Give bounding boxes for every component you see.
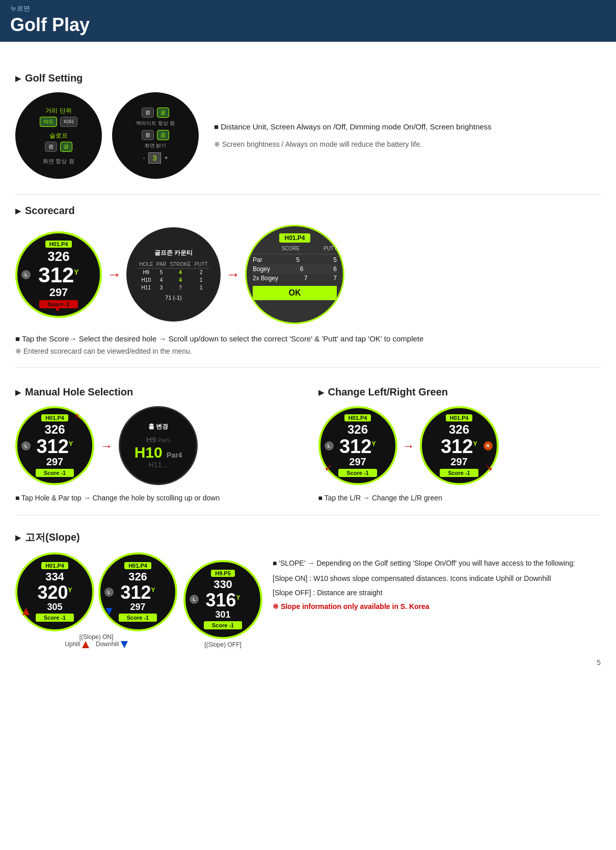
setting-desc-line2: ※ Screen brightness / Always on mode wil…: [214, 139, 601, 151]
cg-right-num1: 326: [449, 422, 469, 437]
unit-btn-meter[interactable]: 미터: [60, 117, 77, 127]
hc-r2-par: 4: [155, 276, 168, 284]
brightness-minus[interactable]: -: [143, 154, 145, 162]
mh-arrow-indicator: ↖: [74, 411, 82, 422]
sc-hole-label: H01.P4: [45, 241, 72, 248]
sc-instruction-1: ■ Tap the Score→ Select the desired hole…: [15, 332, 601, 346]
hc-r3-par: 3: [155, 284, 168, 291]
golf-setting-content: 거리 단위 야드 미터 슬로프 켬 끔 화면 항상 켬 켬: [15, 92, 601, 179]
hc-r2-stroke: 4: [168, 276, 193, 284]
manual-hole-desc: ■ Tap Hole & Par top → Change the hole b…: [15, 492, 298, 504]
arrow-to-hole-count: →: [107, 267, 121, 283]
unit-btn-yard[interactable]: 야드: [40, 117, 57, 127]
hc-r1-hole: H9: [138, 268, 155, 276]
sw2-downhill-icon: [105, 608, 113, 615]
scorecard-instructions: ■ Tap the Score→ Select the desired hole…: [15, 332, 601, 357]
hc-row-1: H9 5 4 2: [138, 268, 209, 276]
arrow-to-score-table: →: [226, 267, 240, 283]
sw2-score: Score -1: [119, 614, 157, 622]
slope-desc-4: ※ Slope information only available in S.…: [273, 601, 601, 613]
uphill-label: Uphill: [65, 641, 80, 648]
st-2xbogey-score: 7: [304, 275, 308, 282]
st-hole-label: H01.P4: [279, 233, 310, 243]
hc-r2-putt: 1: [193, 276, 209, 284]
brightness-plus[interactable]: +: [164, 154, 168, 162]
mid-btn-on[interactable]: 켬: [142, 130, 154, 140]
golf-setting-watch-1: 거리 단위 야드 미터 슬로프 켬 끔 화면 항상 켬: [15, 92, 102, 179]
cg-watch-right: R ↘ H01.P4 326 312Y 297 Score -1: [420, 406, 499, 485]
sw2-num2: 312Y: [120, 583, 155, 602]
st-bogey-score: 6: [300, 265, 304, 273]
sc-num1: 326: [47, 249, 69, 264]
hole-select-watch: 홀 변경 H9 Par5 H10 Par4 H11...: [119, 406, 198, 485]
mid-btn-off[interactable]: 끔: [157, 130, 169, 140]
mh-arrow: →: [100, 439, 113, 453]
hole-count-watch: 골프존 카운티 HOLE PAR STROKE PUTT H9 5 4 2: [126, 227, 221, 322]
swoff-score: Score -1: [204, 621, 242, 629]
sc-instruction-2: ※ Entered scorecard can be viewed/edited…: [15, 346, 601, 358]
slope-on-group: H01.P4 334 320Y 305 Score -1: [15, 552, 177, 648]
mh-score-bar: Score -1: [36, 469, 74, 477]
slope-watch-images: H01.P4 334 320Y 305 Score -1: [15, 552, 262, 648]
backlight-label: 백라이트 항상 켬: [136, 120, 175, 127]
cg-left-num2: 312Y: [339, 437, 376, 456]
st-row-par: Par 5 5: [253, 255, 337, 264]
st-ok-bar[interactable]: OK: [253, 286, 337, 300]
sw1-num2: 320Y: [37, 583, 72, 602]
distance-label: 거리 단위: [45, 107, 71, 115]
slope-btn-on[interactable]: 켬: [45, 142, 57, 152]
st-2xbogey-label: 2x Bogey: [253, 275, 278, 282]
slope-label: 슬로프: [49, 131, 68, 140]
cg-lr-left: L: [325, 441, 334, 450]
mh-num3: 297: [46, 456, 63, 468]
change-green-col: Change Left/Right Green L ↙ H01.P4 326 3…: [318, 386, 601, 504]
st-bogey-label: Bogey: [253, 265, 270, 273]
slope-watch-on2: L H01.P4 326 312Y 297 Score -1: [98, 552, 177, 631]
swoff-lr: L: [190, 595, 199, 604]
st-bogey-putt: 6: [333, 265, 337, 273]
st-par-label: Par: [253, 256, 262, 263]
lr-badge-left: L: [21, 270, 31, 279]
slope-section: 고저(Slope) H01.P4 334 320Y 305: [15, 530, 601, 648]
hc-table: HOLE PAR STROKE PUTT H9 5 4 2 H10 4: [138, 260, 209, 291]
brightness-control: - 3 +: [143, 152, 168, 164]
sc-score-bar: Score -1 ↙: [39, 300, 77, 308]
top-btn-off[interactable]: 끔: [157, 108, 169, 118]
mh-num2: 312Y: [36, 437, 73, 456]
sw1-score: Score -1: [36, 614, 74, 622]
cg-right-num2: 312Y: [441, 437, 477, 456]
golf-setting-title: Golf Setting: [15, 72, 601, 84]
sc-num2: 312Y: [38, 264, 78, 286]
change-green-images: L ↙ H01.P4 326 312Y 297 Score -1 → R ↘ H…: [318, 406, 601, 485]
slope-watches-col: H01.P4 334 320Y 305 Score -1: [15, 552, 262, 648]
sw2-lr: L: [104, 588, 114, 597]
hc-r1-putt: 2: [193, 268, 209, 276]
st-header: SCORE PUTT: [253, 246, 337, 254]
sw1-num3: 305: [47, 602, 62, 613]
hs-title: 홀 변경: [148, 422, 168, 431]
slope-off-group: L H9.P5 330 316Y 301 Score -1 [(Slope) O…: [183, 560, 262, 648]
swoff-hole: H9.P5: [211, 570, 235, 577]
slope-off-caption: [(Slope) OFF]: [204, 641, 242, 648]
brightness-label: 화면 밝기: [145, 142, 167, 149]
st-col-putt: PUTT: [324, 246, 337, 253]
hc-col-stroke: STROKE: [168, 260, 193, 269]
manual-hole-watch-main: L ↖ H01.P4 326 312Y 297 Score -1: [15, 406, 94, 485]
hc-col-par: PAR: [155, 260, 168, 269]
st-par-score: 5: [296, 256, 300, 263]
hc-col-putt: PUTT: [193, 260, 209, 269]
slope-desc-2: [Slope ON] : W10 shows slope compensated…: [273, 573, 601, 585]
st-row-2xbogey: 2x Bogey 7 7: [253, 274, 337, 283]
hc-r3-hole: H11: [138, 284, 155, 291]
sc-num3: 297: [49, 286, 68, 299]
manual-hole-title: Manual Hole Selection: [15, 386, 298, 398]
cg-right-hole: H01.P4: [446, 414, 473, 421]
cg-arrow-left: ↙: [325, 462, 332, 473]
hc-r2-hole: H10: [138, 276, 155, 284]
scorecard-images: L H01.P4 326 312Y 297 Score -1 ↙ → 골프존 카…: [15, 225, 601, 324]
top-btn-on[interactable]: 켬: [142, 108, 154, 118]
st-par-putt: 5: [333, 256, 337, 263]
slope-btn-off[interactable]: 끔: [60, 142, 72, 152]
scorecard-section: Scorecard L H01.P4 326 312Y 297 Score -1…: [15, 205, 601, 357]
slope-description: ■ 'SLOPE' → Depending on the Golf settin…: [273, 552, 601, 613]
